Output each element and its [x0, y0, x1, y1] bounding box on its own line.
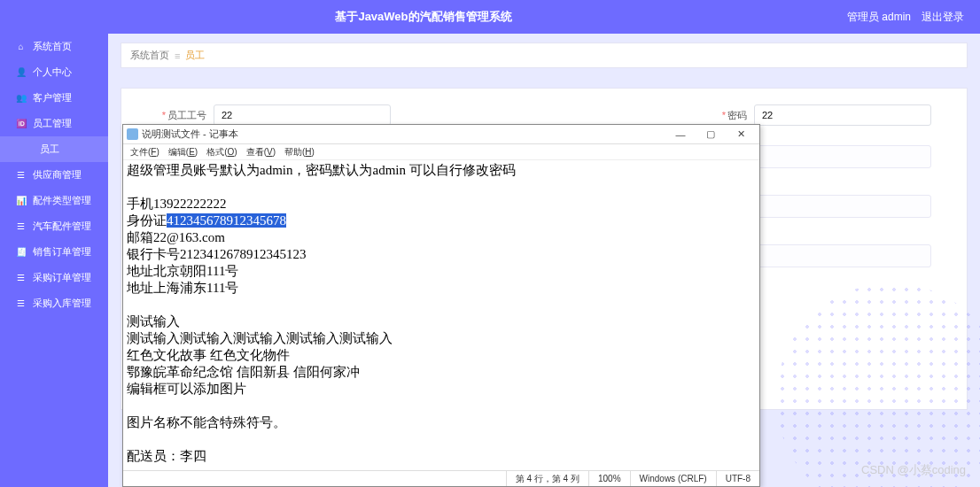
sidebar-label: 客户管理: [33, 91, 72, 104]
maximize-button[interactable]: ▢: [696, 127, 726, 143]
blank-icon: [23, 144, 33, 154]
home-icon: ⌂: [16, 42, 26, 51]
logout-link[interactable]: 退出登录: [922, 10, 964, 25]
form-row: *员工工号 *密码: [157, 104, 931, 126]
sidebar-label: 系统首页: [33, 40, 72, 53]
topbar-right: 管理员 admin 退出登录: [847, 10, 980, 25]
sidebar-item-9[interactable]: ☰采购订单管理: [0, 265, 108, 290]
label-employee-id: *员工工号: [157, 109, 206, 122]
sidebar-label: 员工: [40, 143, 59, 156]
sidebar-item-6[interactable]: 📊配件类型管理: [0, 188, 108, 213]
notepad-menubar: 文件(F)编辑(E)格式(O)查看(V)帮助(H): [123, 144, 759, 160]
menu-item-4[interactable]: 帮助(H): [281, 146, 318, 158]
sidebar-item-4[interactable]: 员工: [0, 136, 108, 162]
sidebar-item-2[interactable]: 👥客户管理: [0, 85, 108, 111]
notepad-title: 说明测试文件 - 记事本: [138, 128, 665, 141]
notepad-textarea[interactable]: 超级管理员账号默认为admin，密码默认为admin 可以自行修改密码 手机13…: [123, 160, 759, 470]
notepad-statusbar: 第 4 行，第 4 列 100% Windows (CRLF) UTF-8: [123, 470, 759, 486]
list-icon: ☰: [16, 221, 26, 231]
sidebar-label: 销售订单管理: [33, 245, 91, 259]
label-password: *密码: [697, 109, 747, 122]
in-icon: ☰: [16, 298, 26, 308]
menu-item-1[interactable]: 编辑(E): [165, 146, 201, 158]
input-password[interactable]: [754, 104, 931, 126]
menu-item-0[interactable]: 文件(F): [127, 146, 163, 158]
close-button[interactable]: ✕: [726, 127, 756, 143]
cart-icon: ☰: [16, 273, 26, 282]
sidebar-label: 供应商管理: [33, 168, 82, 182]
notepad-titlebar[interactable]: 说明测试文件 - 记事本 — ▢ ✕: [123, 125, 759, 144]
menu-item-2[interactable]: 格式(O): [203, 146, 240, 158]
sidebar-label: 采购入库管理: [33, 297, 91, 310]
crumb-sep: ≡: [175, 50, 180, 61]
menu-item-3[interactable]: 查看(V): [243, 146, 279, 158]
sidebar-label: 采购订单管理: [33, 271, 91, 284]
status-pos: 第 4 行，第 4 列: [506, 471, 588, 486]
minimize-button[interactable]: —: [665, 127, 696, 143]
notepad-app-icon: [127, 128, 138, 140]
window-controls: — ▢ ✕: [665, 127, 756, 143]
crumb-current: 员工: [185, 49, 205, 62]
sidebar-item-10[interactable]: ☰采购入库管理: [0, 290, 108, 316]
sidebar-item-5[interactable]: ☰供应商管理: [0, 162, 108, 188]
watermark: CSDN @小蔡coding: [861, 462, 966, 478]
status-zoom: 100%: [588, 471, 630, 486]
status-eol: Windows (CRLF): [630, 471, 716, 486]
sidebar-label: 员工管理: [33, 117, 72, 130]
status-enc: UTF-8: [716, 471, 759, 486]
notepad-window[interactable]: 说明测试文件 - 记事本 — ▢ ✕ 文件(F)编辑(E)格式(O)查看(V)帮…: [122, 124, 760, 487]
chart-icon: 📊: [16, 196, 26, 205]
id-icon: 🆔: [16, 119, 26, 128]
app-title: 基于JavaWeb的汽配销售管理系统: [0, 9, 847, 25]
sidebar-item-0[interactable]: ⌂系统首页: [0, 34, 108, 59]
grid-icon: ☰: [16, 170, 26, 180]
user-icon: 👤: [16, 67, 26, 77]
field-employee-id: *员工工号: [157, 104, 391, 126]
top-bar: 基于JavaWeb的汽配销售管理系统 管理员 admin 退出登录: [0, 0, 980, 34]
group-icon: 👥: [16, 93, 26, 103]
crumb-home[interactable]: 系统首页: [130, 49, 169, 62]
sidebar-item-7[interactable]: ☰汽车配件管理: [0, 213, 108, 239]
sidebar-label: 汽车配件管理: [33, 220, 91, 233]
breadcrumb: 系统首页 ≡ 员工: [121, 43, 968, 68]
input-employee-id[interactable]: [214, 104, 391, 126]
sidebar-label: 配件类型管理: [33, 194, 91, 207]
sidebar: ⌂系统首页👤个人中心👥客户管理🆔员工管理员工☰供应商管理📊配件类型管理☰汽车配件…: [0, 34, 108, 487]
order-icon: 🧾: [16, 247, 26, 257]
sidebar-label: 个人中心: [33, 66, 72, 79]
field-password: *密码: [697, 104, 931, 126]
sidebar-item-8[interactable]: 🧾销售订单管理: [0, 239, 108, 265]
user-label[interactable]: 管理员 admin: [847, 10, 911, 25]
sidebar-item-3[interactable]: 🆔员工管理: [0, 111, 108, 136]
sidebar-item-1[interactable]: 👤个人中心: [0, 59, 108, 85]
